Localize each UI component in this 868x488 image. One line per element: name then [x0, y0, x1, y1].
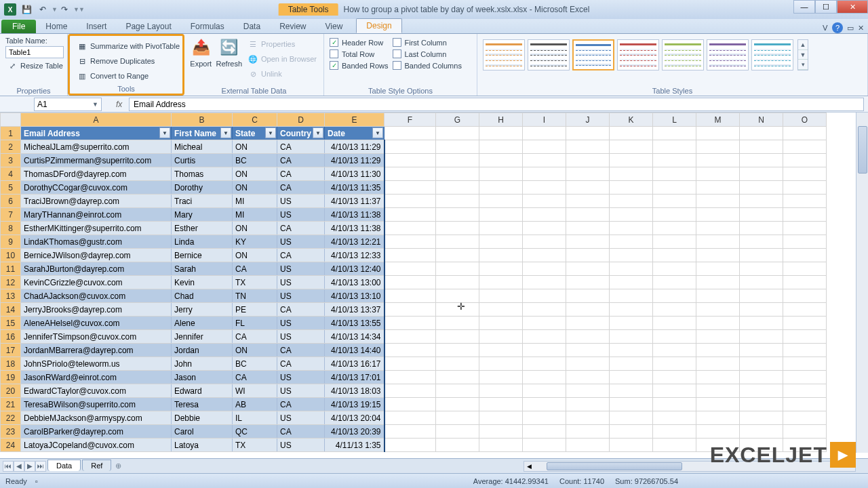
column-header[interactable]: I [523, 113, 566, 127]
cell[interactable]: CA [277, 154, 325, 167]
column-header[interactable]: B [172, 113, 233, 127]
table-column-header[interactable]: State▼ [233, 127, 277, 140]
cell[interactable]: US [277, 289, 325, 303]
cell[interactable]: 4/10/13 11:29 [325, 154, 384, 167]
cell[interactable]: ON [233, 140, 277, 154]
cell[interactable]: Mary [172, 208, 233, 222]
cell[interactable] [566, 371, 610, 384]
cell[interactable] [696, 262, 740, 276]
cell[interactable]: CA [277, 222, 325, 235]
cell[interactable] [783, 140, 827, 154]
cell[interactable]: ON [233, 249, 277, 262]
cell[interactable] [436, 303, 479, 317]
cell[interactable] [696, 181, 740, 195]
cell[interactable] [479, 249, 523, 262]
cell[interactable] [479, 398, 523, 411]
cell[interactable]: TN [233, 289, 277, 303]
cell[interactable]: KY [233, 235, 277, 249]
row-header[interactable]: 4 [1, 167, 21, 181]
qat-customize-icon[interactable]: ▼ [79, 6, 83, 13]
cell[interactable] [436, 262, 479, 276]
dropdown-icon[interactable]: ▼ [73, 6, 77, 13]
worksheet-grid[interactable]: ABCDEFGHIJKLMNO1Email Address▼First Name… [0, 113, 868, 453]
cell[interactable]: Traci [172, 195, 233, 208]
cell[interactable] [436, 344, 479, 357]
cell[interactable] [653, 357, 696, 371]
cell[interactable] [696, 289, 740, 303]
cell[interactable] [696, 317, 740, 330]
cell[interactable]: SarahJBurton@dayrep.com [21, 262, 172, 276]
column-header[interactable]: L [653, 113, 696, 127]
cell[interactable] [566, 398, 610, 411]
cell[interactable] [479, 384, 523, 398]
cell[interactable] [783, 344, 827, 357]
cell[interactable] [740, 317, 783, 330]
cell[interactable] [566, 439, 610, 452]
cell[interactable]: 4/10/13 11:37 [325, 195, 384, 208]
cell[interactable] [384, 276, 436, 289]
workbook-close-icon[interactable]: ✕ [858, 24, 864, 33]
cell[interactable]: AB [233, 398, 277, 411]
cell[interactable] [783, 411, 827, 425]
cell[interactable] [610, 425, 653, 439]
cell[interactable] [384, 303, 436, 317]
cell[interactable]: BC [233, 357, 277, 371]
cell[interactable] [523, 262, 566, 276]
cell[interactable] [479, 411, 523, 425]
cell[interactable]: 4/10/13 12:21 [325, 235, 384, 249]
select-all-corner[interactable] [1, 113, 21, 127]
cell[interactable] [783, 384, 827, 398]
cell[interactable] [610, 411, 653, 425]
sheet-tab-data[interactable]: Data [47, 460, 81, 471]
cell[interactable]: Jordan [172, 344, 233, 357]
cell[interactable] [436, 249, 479, 262]
cell[interactable] [479, 181, 523, 195]
cell[interactable]: WI [233, 384, 277, 398]
cell[interactable] [740, 262, 783, 276]
cell[interactable]: ON [233, 222, 277, 235]
cell[interactable]: Edward [172, 384, 233, 398]
cell[interactable] [384, 140, 436, 154]
cell[interactable] [610, 235, 653, 249]
table-column-header[interactable]: Date▼ [325, 127, 384, 140]
cell[interactable] [783, 439, 827, 452]
first-column-checkbox[interactable]: First Column [393, 38, 462, 47]
cell[interactable]: JordanMBarrera@dayrep.com [21, 344, 172, 357]
cell[interactable]: Carol [172, 425, 233, 439]
cell[interactable] [523, 235, 566, 249]
cell[interactable] [783, 398, 827, 411]
row-header[interactable]: 7 [1, 208, 21, 222]
cell[interactable] [436, 276, 479, 289]
new-sheet-icon[interactable]: ⊕ [115, 462, 121, 470]
cell[interactable]: Dorothy [172, 181, 233, 195]
cell[interactable] [436, 384, 479, 398]
cell[interactable] [783, 276, 827, 289]
cell[interactable] [384, 330, 436, 344]
row-header[interactable]: 23 [1, 425, 21, 439]
cell[interactable] [740, 276, 783, 289]
cell[interactable]: ChadAJackson@cuvox.com [21, 289, 172, 303]
cell[interactable] [696, 222, 740, 235]
cell[interactable]: EstherMKittinger@superrito.com [21, 222, 172, 235]
fx-icon[interactable]: fx [116, 100, 122, 109]
cell[interactable]: 4/10/13 11:35 [325, 181, 384, 195]
cell[interactable] [523, 439, 566, 452]
cell[interactable]: US [277, 411, 325, 425]
table-name-input[interactable] [5, 46, 64, 58]
cell[interactable]: TX [233, 276, 277, 289]
cell[interactable]: 4/10/13 13:37 [325, 303, 384, 317]
resize-table-button[interactable]: ⤢Resize Table [5, 60, 64, 72]
row-header[interactable]: 1 [1, 127, 21, 140]
cell[interactable] [479, 154, 523, 167]
cell[interactable] [523, 154, 566, 167]
cell[interactable] [479, 208, 523, 222]
cell[interactable] [740, 181, 783, 195]
cell[interactable]: Alene [172, 317, 233, 330]
cell[interactable] [783, 289, 827, 303]
cell[interactable] [479, 276, 523, 289]
cell[interactable] [479, 425, 523, 439]
cell[interactable]: CA [233, 330, 277, 344]
column-header[interactable]: G [436, 113, 479, 127]
cell[interactable] [384, 289, 436, 303]
cell[interactable] [696, 276, 740, 289]
